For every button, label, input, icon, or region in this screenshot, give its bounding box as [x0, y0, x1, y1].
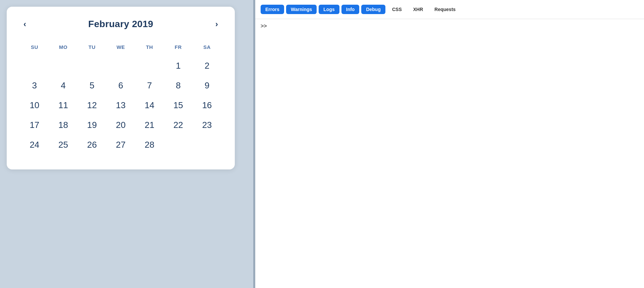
devtools-console: >> — [255, 19, 644, 288]
calendar-day-empty — [193, 135, 221, 155]
filter-btn-logs[interactable]: Logs — [319, 5, 339, 14]
calendar-day-15[interactable]: 15 — [164, 95, 193, 115]
day-headers-row: SUMOTUWETHFRSA — [20, 42, 221, 56]
calendar-day-empty — [106, 56, 135, 76]
filter-btn-warnings[interactable]: Warnings — [286, 5, 317, 14]
calendar-day-12[interactable]: 12 — [77, 95, 106, 115]
calendar-day-18[interactable]: 18 — [49, 115, 78, 135]
calendar-day-empty — [135, 56, 164, 76]
filter-btn-requests[interactable]: Requests — [430, 5, 460, 14]
calendar-day-22[interactable]: 22 — [164, 115, 193, 135]
console-prompt: >> — [261, 23, 267, 29]
devtools-toolbar: ErrorsWarningsLogsInfoDebugCSSXHRRequest… — [255, 0, 644, 19]
prev-month-button[interactable]: ‹ — [20, 19, 30, 29]
day-header-th: TH — [135, 42, 164, 56]
calendar-day-empty — [49, 56, 78, 76]
calendar-day-4[interactable]: 4 — [49, 76, 78, 95]
calendar-title: February 2019 — [88, 19, 153, 29]
calendar-day-empty — [164, 135, 193, 155]
left-panel: ‹ February 2019 › SUMOTUWETHFRSA 1234567… — [0, 0, 253, 288]
next-month-button[interactable]: › — [212, 19, 221, 29]
calendar-day-1[interactable]: 1 — [164, 56, 193, 76]
calendar-day-19[interactable]: 19 — [77, 115, 106, 135]
filter-btn-css[interactable]: CSS — [387, 5, 407, 14]
day-header-sa: SA — [193, 42, 221, 56]
day-header-su: SU — [20, 42, 49, 56]
calendar-day-6[interactable]: 6 — [106, 76, 135, 95]
calendar-header: ‹ February 2019 › — [20, 19, 221, 29]
day-header-fr: FR — [164, 42, 193, 56]
calendar-day-24[interactable]: 24 — [20, 135, 49, 155]
calendar-day-9[interactable]: 9 — [193, 76, 221, 95]
calendar-week-4: 2425262728 — [20, 135, 221, 155]
calendar-day-13[interactable]: 13 — [106, 95, 135, 115]
calendar-day-2[interactable]: 2 — [193, 56, 221, 76]
calendar-day-21[interactable]: 21 — [135, 115, 164, 135]
day-header-mo: MO — [49, 42, 78, 56]
calendar-day-8[interactable]: 8 — [164, 76, 193, 95]
calendar-day-20[interactable]: 20 — [106, 115, 135, 135]
calendar-day-23[interactable]: 23 — [193, 115, 221, 135]
calendar-day-7[interactable]: 7 — [135, 76, 164, 95]
filter-btn-debug[interactable]: Debug — [361, 5, 385, 14]
devtools-panel: ErrorsWarningsLogsInfoDebugCSSXHRRequest… — [255, 0, 644, 288]
day-header-we: WE — [106, 42, 135, 56]
calendar-week-0: 12 — [20, 56, 221, 76]
filter-btn-info[interactable]: Info — [341, 5, 360, 14]
calendar-grid: SUMOTUWETHFRSA 1234567891011121314151617… — [20, 42, 221, 155]
calendar-day-28[interactable]: 28 — [135, 135, 164, 155]
calendar-week-3: 17181920212223 — [20, 115, 221, 135]
calendar-day-26[interactable]: 26 — [77, 135, 106, 155]
calendar-card: ‹ February 2019 › SUMOTUWETHFRSA 1234567… — [7, 7, 235, 169]
day-header-tu: TU — [77, 42, 106, 56]
calendar-day-empty — [77, 56, 106, 76]
calendar-day-11[interactable]: 11 — [49, 95, 78, 115]
calendar-day-14[interactable]: 14 — [135, 95, 164, 115]
calendar-week-2: 10111213141516 — [20, 95, 221, 115]
calendar-header-row: SUMOTUWETHFRSA — [20, 42, 221, 56]
calendar-day-5[interactable]: 5 — [77, 76, 106, 95]
calendar-day-27[interactable]: 27 — [106, 135, 135, 155]
calendar-week-1: 3456789 — [20, 76, 221, 95]
calendar-day-empty — [20, 56, 49, 76]
calendar-day-25[interactable]: 25 — [49, 135, 78, 155]
filter-btn-xhr[interactable]: XHR — [409, 5, 428, 14]
calendar-day-3[interactable]: 3 — [20, 76, 49, 95]
calendar-day-10[interactable]: 10 — [20, 95, 49, 115]
calendar-day-17[interactable]: 17 — [20, 115, 49, 135]
calendar-body: 1234567891011121314151617181920212223242… — [20, 56, 221, 155]
filter-btn-errors[interactable]: Errors — [261, 5, 284, 14]
calendar-day-16[interactable]: 16 — [193, 95, 221, 115]
